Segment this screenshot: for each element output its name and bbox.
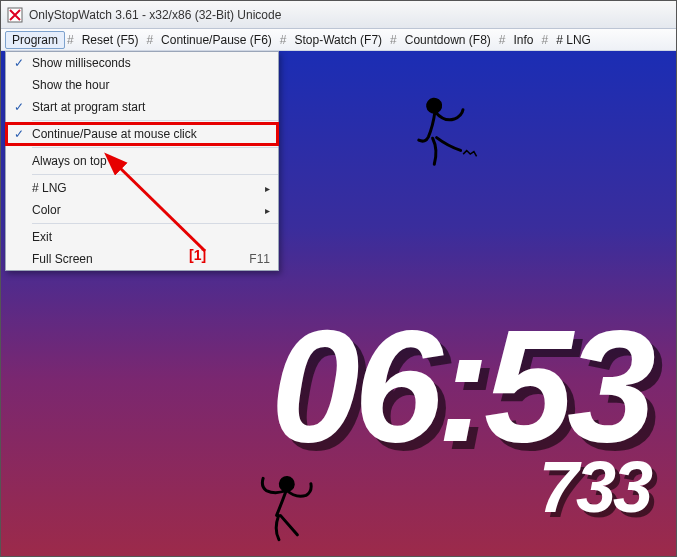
stopwatch-canvas[interactable]: 06:53 733 ✓ Show milliseconds Show the h…	[1, 51, 676, 556]
menu-item-continue-pause-click[interactable]: ✓ Continue/Pause at mouse click	[6, 123, 278, 145]
menu-program[interactable]: Program	[5, 31, 65, 49]
program-dropdown: ✓ Show milliseconds Show the hour ✓ Star…	[5, 51, 279, 271]
menu-separator	[32, 120, 278, 121]
menu-item-start-at-program-start[interactable]: ✓ Start at program start	[6, 96, 278, 118]
menu-item-show-hour[interactable]: Show the hour	[6, 74, 278, 96]
menu-item-fullscreen[interactable]: Full Screen F11	[6, 248, 278, 270]
menu-sep: #	[144, 33, 155, 47]
dancing-figure-icon	[248, 468, 323, 553]
menu-item-color[interactable]: Color ▸	[6, 199, 278, 221]
menu-continue-pause[interactable]: Continue/Pause (F6)	[155, 31, 278, 49]
menubar: Program # Reset (F5) # Continue/Pause (F…	[1, 29, 676, 51]
menu-accelerator: F11	[241, 252, 270, 266]
menu-countdown[interactable]: Countdown (F8)	[399, 31, 497, 49]
menu-sep: #	[497, 33, 508, 47]
menu-separator	[32, 174, 278, 175]
menu-sep: #	[540, 33, 551, 47]
menu-sep: #	[65, 33, 76, 47]
menu-sep: #	[388, 33, 399, 47]
menu-item-exit[interactable]: Exit	[6, 226, 278, 248]
timer-main: 06:53	[271, 306, 650, 466]
menu-item-always-on-top[interactable]: Always on top	[6, 150, 278, 172]
check-icon: ✓	[6, 100, 32, 114]
submenu-arrow-icon: ▸	[259, 183, 270, 194]
menu-item-show-ms[interactable]: ✓ Show milliseconds	[6, 52, 278, 74]
submenu-arrow-icon: ▸	[259, 205, 270, 216]
menu-reset[interactable]: Reset (F5)	[76, 31, 145, 49]
menu-info[interactable]: Info	[508, 31, 540, 49]
check-icon: ✓	[6, 56, 32, 70]
annotation-label: [1]	[189, 247, 206, 263]
dancing-figure-icon	[401, 89, 481, 178]
timer-milliseconds: 733	[539, 446, 650, 528]
titlebar: OnlyStopWatch 3.61 - x32/x86 (32-Bit) Un…	[1, 1, 676, 29]
menu-sep: #	[278, 33, 289, 47]
check-icon: ✓	[6, 127, 32, 141]
menu-stopwatch[interactable]: Stop-Watch (F7)	[289, 31, 389, 49]
menu-item-lng[interactable]: # LNG ▸	[6, 177, 278, 199]
menu-separator	[32, 223, 278, 224]
app-icon	[7, 7, 23, 23]
window-title: OnlyStopWatch 3.61 - x32/x86 (32-Bit) Un…	[29, 8, 281, 22]
menu-lng[interactable]: # LNG	[550, 31, 597, 49]
menu-separator	[32, 147, 278, 148]
